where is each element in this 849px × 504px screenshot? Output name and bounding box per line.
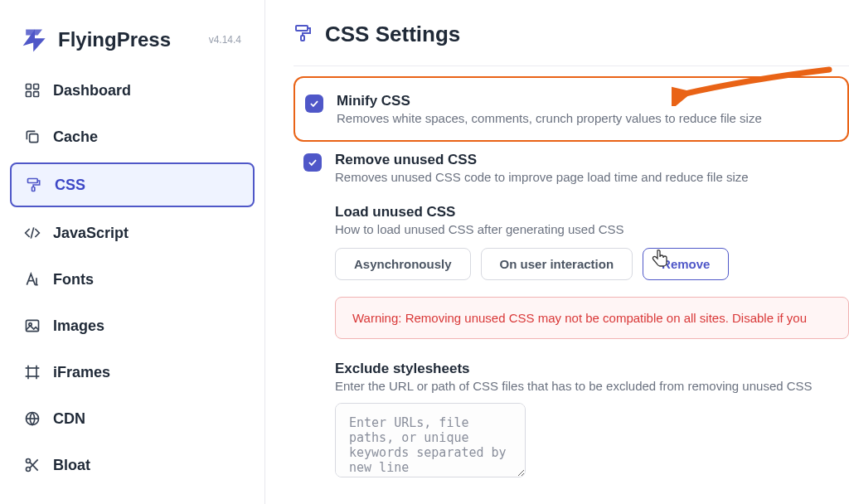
image-icon [23, 317, 41, 335]
sidebar: FlyingPress v4.14.4 Dashboard Cache CSS [0, 0, 265, 504]
setting-minify-css: Minify CSS Removes white spaces, comment… [294, 76, 849, 142]
svg-rect-7 [27, 320, 39, 331]
sidebar-item-label: Dashboard [53, 82, 131, 99]
setting-desc: Removes unused CSS code to improve page … [335, 170, 829, 184]
setting-desc: Removes white spaces, comments, crunch p… [337, 111, 827, 125]
nav: Dashboard Cache CSS JavaScript Fonts [10, 70, 255, 486]
sidebar-item-javascript[interactable]: JavaScript [10, 212, 255, 254]
sidebar-item-fonts[interactable]: Fonts [10, 259, 255, 300]
paint-roller-icon [25, 176, 43, 194]
page-title: CSS Settings [325, 22, 460, 47]
option-asynchronously[interactable]: Asynchronously [335, 248, 471, 280]
checkbox-remove-unused-css[interactable] [303, 153, 322, 172]
setting-remove-unused-css: Remove unused CSS Removes unused CSS cod… [294, 142, 849, 194]
warning-box: Warning: Removing unused CSS may not be … [335, 297, 849, 339]
sidebar-item-label: Bloat [53, 457, 90, 474]
svg-rect-0 [27, 85, 32, 90]
brand: FlyingPress v4.14.4 [10, 20, 255, 70]
version-label: v4.14.4 [209, 34, 245, 46]
sidebar-item-images[interactable]: Images [10, 305, 255, 346]
sidebar-item-iframes[interactable]: iFrames [10, 351, 255, 393]
sidebar-item-bloat[interactable]: Bloat [10, 444, 255, 486]
sidebar-item-label: Images [53, 317, 104, 335]
svg-rect-4 [30, 134, 38, 143]
code-icon [23, 224, 41, 242]
setting-title: Remove unused CSS [335, 152, 829, 168]
font-icon [23, 270, 41, 288]
exclude-title: Exclude stylesheets [335, 361, 849, 377]
load-unused-options: Asynchronously On user interaction Remov… [335, 248, 849, 280]
sidebar-item-css[interactable]: CSS [10, 162, 255, 207]
globe-icon [23, 410, 41, 428]
load-unused-section: Load unused CSS How to load unused CSS a… [294, 204, 849, 481]
sidebar-item-label: CDN [53, 410, 85, 428]
svg-point-11 [27, 468, 31, 472]
page-header: CSS Settings [294, 22, 849, 66]
svg-rect-3 [34, 92, 39, 97]
flyingpress-logo-icon [20, 25, 50, 55]
sidebar-item-label: CSS [55, 177, 85, 194]
option-remove[interactable]: Remove [643, 248, 729, 280]
sidebar-item-dashboard[interactable]: Dashboard [10, 70, 255, 111]
paint-roller-icon [294, 23, 313, 46]
svg-rect-6 [32, 187, 35, 191]
svg-rect-1 [34, 85, 39, 90]
scissors-icon [23, 456, 41, 474]
svg-point-10 [27, 459, 31, 463]
load-unused-title: Load unused CSS [335, 204, 849, 220]
sidebar-item-label: JavaScript [53, 225, 129, 242]
main-panel: CSS Settings Minify CSS Removes white sp… [265, 0, 849, 504]
sidebar-item-label: Cache [53, 128, 98, 146]
option-on-user-interaction[interactable]: On user interaction [481, 248, 633, 280]
checkbox-minify-css[interactable] [305, 94, 323, 113]
sidebar-item-cdn[interactable]: CDN [10, 398, 255, 439]
sidebar-item-cache[interactable]: Cache [10, 116, 255, 158]
svg-rect-5 [28, 179, 38, 183]
grid-icon [23, 81, 41, 99]
frame-icon [23, 363, 41, 381]
sidebar-item-label: Fonts [53, 271, 94, 288]
exclude-desc: Enter the URL or path of CSS files that … [335, 379, 849, 393]
load-unused-desc: How to load unused CSS after generating … [335, 222, 849, 236]
svg-rect-12 [296, 26, 308, 31]
copy-icon [23, 128, 41, 146]
setting-title: Minify CSS [337, 93, 827, 109]
sidebar-item-label: iFrames [53, 364, 110, 381]
exclude-stylesheets-textarea[interactable] [335, 403, 526, 477]
brand-name: FlyingPress [58, 28, 171, 51]
svg-rect-13 [301, 36, 304, 41]
svg-rect-2 [27, 92, 32, 97]
